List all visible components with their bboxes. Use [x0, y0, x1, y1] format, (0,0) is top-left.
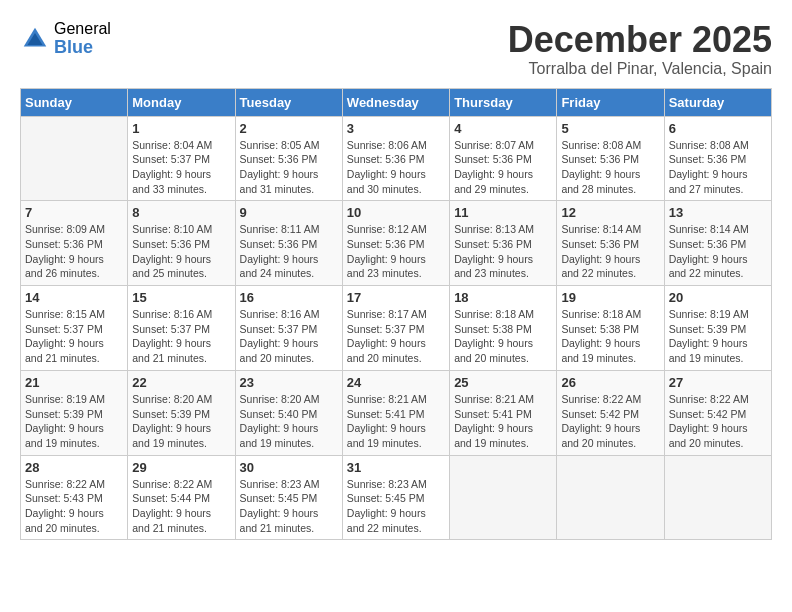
day-number: 8: [132, 205, 230, 220]
day-info: Sunrise: 8:19 AMSunset: 5:39 PMDaylight:…: [669, 307, 767, 366]
title-block: December 2025 Torralba del Pinar, Valenc…: [508, 20, 772, 78]
calendar-cell: 15Sunrise: 8:16 AMSunset: 5:37 PMDayligh…: [128, 286, 235, 371]
day-info: Sunrise: 8:06 AMSunset: 5:36 PMDaylight:…: [347, 138, 445, 197]
day-info: Sunrise: 8:09 AMSunset: 5:36 PMDaylight:…: [25, 222, 123, 281]
day-number: 26: [561, 375, 659, 390]
day-info: Sunrise: 8:11 AMSunset: 5:36 PMDaylight:…: [240, 222, 338, 281]
weekday-header-row: SundayMondayTuesdayWednesdayThursdayFrid…: [21, 88, 772, 116]
weekday-header-friday: Friday: [557, 88, 664, 116]
calendar-cell: [450, 455, 557, 540]
day-info: Sunrise: 8:08 AMSunset: 5:36 PMDaylight:…: [669, 138, 767, 197]
calendar-cell: 3Sunrise: 8:06 AMSunset: 5:36 PMDaylight…: [342, 116, 449, 201]
calendar-cell: 21Sunrise: 8:19 AMSunset: 5:39 PMDayligh…: [21, 370, 128, 455]
calendar-cell: 24Sunrise: 8:21 AMSunset: 5:41 PMDayligh…: [342, 370, 449, 455]
day-info: Sunrise: 8:20 AMSunset: 5:40 PMDaylight:…: [240, 392, 338, 451]
calendar-cell: 17Sunrise: 8:17 AMSunset: 5:37 PMDayligh…: [342, 286, 449, 371]
weekday-header-saturday: Saturday: [664, 88, 771, 116]
calendar-cell: [21, 116, 128, 201]
day-info: Sunrise: 8:15 AMSunset: 5:37 PMDaylight:…: [25, 307, 123, 366]
calendar-cell: 2Sunrise: 8:05 AMSunset: 5:36 PMDaylight…: [235, 116, 342, 201]
calendar-cell: 19Sunrise: 8:18 AMSunset: 5:38 PMDayligh…: [557, 286, 664, 371]
day-info: Sunrise: 8:14 AMSunset: 5:36 PMDaylight:…: [669, 222, 767, 281]
day-number: 28: [25, 460, 123, 475]
month-title: December 2025: [508, 20, 772, 60]
day-number: 5: [561, 121, 659, 136]
calendar-cell: 7Sunrise: 8:09 AMSunset: 5:36 PMDaylight…: [21, 201, 128, 286]
day-number: 3: [347, 121, 445, 136]
day-info: Sunrise: 8:07 AMSunset: 5:36 PMDaylight:…: [454, 138, 552, 197]
day-number: 11: [454, 205, 552, 220]
calendar-cell: 10Sunrise: 8:12 AMSunset: 5:36 PMDayligh…: [342, 201, 449, 286]
day-info: Sunrise: 8:14 AMSunset: 5:36 PMDaylight:…: [561, 222, 659, 281]
week-row-3: 14Sunrise: 8:15 AMSunset: 5:37 PMDayligh…: [21, 286, 772, 371]
calendar-cell: 23Sunrise: 8:20 AMSunset: 5:40 PMDayligh…: [235, 370, 342, 455]
day-number: 2: [240, 121, 338, 136]
calendar-cell: 20Sunrise: 8:19 AMSunset: 5:39 PMDayligh…: [664, 286, 771, 371]
day-number: 1: [132, 121, 230, 136]
day-number: 7: [25, 205, 123, 220]
day-info: Sunrise: 8:21 AMSunset: 5:41 PMDaylight:…: [347, 392, 445, 451]
weekday-header-tuesday: Tuesday: [235, 88, 342, 116]
day-info: Sunrise: 8:08 AMSunset: 5:36 PMDaylight:…: [561, 138, 659, 197]
calendar-cell: [664, 455, 771, 540]
calendar-cell: 9Sunrise: 8:11 AMSunset: 5:36 PMDaylight…: [235, 201, 342, 286]
day-number: 4: [454, 121, 552, 136]
logo: General Blue: [20, 20, 111, 57]
day-number: 10: [347, 205, 445, 220]
calendar-cell: [557, 455, 664, 540]
logo-text: General Blue: [54, 20, 111, 57]
location: Torralba del Pinar, Valencia, Spain: [508, 60, 772, 78]
week-row-2: 7Sunrise: 8:09 AMSunset: 5:36 PMDaylight…: [21, 201, 772, 286]
calendar-cell: 25Sunrise: 8:21 AMSunset: 5:41 PMDayligh…: [450, 370, 557, 455]
day-number: 12: [561, 205, 659, 220]
logo-blue: Blue: [54, 38, 111, 58]
calendar-cell: 29Sunrise: 8:22 AMSunset: 5:44 PMDayligh…: [128, 455, 235, 540]
day-info: Sunrise: 8:04 AMSunset: 5:37 PMDaylight:…: [132, 138, 230, 197]
day-info: Sunrise: 8:22 AMSunset: 5:42 PMDaylight:…: [561, 392, 659, 451]
calendar-cell: 22Sunrise: 8:20 AMSunset: 5:39 PMDayligh…: [128, 370, 235, 455]
calendar-cell: 26Sunrise: 8:22 AMSunset: 5:42 PMDayligh…: [557, 370, 664, 455]
day-number: 25: [454, 375, 552, 390]
week-row-5: 28Sunrise: 8:22 AMSunset: 5:43 PMDayligh…: [21, 455, 772, 540]
day-number: 16: [240, 290, 338, 305]
calendar-cell: 16Sunrise: 8:16 AMSunset: 5:37 PMDayligh…: [235, 286, 342, 371]
day-number: 29: [132, 460, 230, 475]
day-info: Sunrise: 8:20 AMSunset: 5:39 PMDaylight:…: [132, 392, 230, 451]
day-number: 19: [561, 290, 659, 305]
calendar-cell: 4Sunrise: 8:07 AMSunset: 5:36 PMDaylight…: [450, 116, 557, 201]
day-info: Sunrise: 8:23 AMSunset: 5:45 PMDaylight:…: [240, 477, 338, 536]
day-info: Sunrise: 8:22 AMSunset: 5:42 PMDaylight:…: [669, 392, 767, 451]
day-info: Sunrise: 8:22 AMSunset: 5:43 PMDaylight:…: [25, 477, 123, 536]
calendar-cell: 12Sunrise: 8:14 AMSunset: 5:36 PMDayligh…: [557, 201, 664, 286]
logo-icon: [20, 24, 50, 54]
calendar-cell: 18Sunrise: 8:18 AMSunset: 5:38 PMDayligh…: [450, 286, 557, 371]
day-info: Sunrise: 8:16 AMSunset: 5:37 PMDaylight:…: [132, 307, 230, 366]
day-number: 14: [25, 290, 123, 305]
day-number: 17: [347, 290, 445, 305]
day-number: 15: [132, 290, 230, 305]
day-number: 30: [240, 460, 338, 475]
calendar-cell: 27Sunrise: 8:22 AMSunset: 5:42 PMDayligh…: [664, 370, 771, 455]
day-info: Sunrise: 8:13 AMSunset: 5:36 PMDaylight:…: [454, 222, 552, 281]
day-info: Sunrise: 8:05 AMSunset: 5:36 PMDaylight:…: [240, 138, 338, 197]
calendar-cell: 1Sunrise: 8:04 AMSunset: 5:37 PMDaylight…: [128, 116, 235, 201]
day-info: Sunrise: 8:17 AMSunset: 5:37 PMDaylight:…: [347, 307, 445, 366]
day-info: Sunrise: 8:12 AMSunset: 5:36 PMDaylight:…: [347, 222, 445, 281]
day-number: 27: [669, 375, 767, 390]
day-info: Sunrise: 8:16 AMSunset: 5:37 PMDaylight:…: [240, 307, 338, 366]
calendar-cell: 30Sunrise: 8:23 AMSunset: 5:45 PMDayligh…: [235, 455, 342, 540]
weekday-header-monday: Monday: [128, 88, 235, 116]
day-number: 23: [240, 375, 338, 390]
day-number: 21: [25, 375, 123, 390]
calendar-cell: 28Sunrise: 8:22 AMSunset: 5:43 PMDayligh…: [21, 455, 128, 540]
day-number: 6: [669, 121, 767, 136]
calendar-cell: 11Sunrise: 8:13 AMSunset: 5:36 PMDayligh…: [450, 201, 557, 286]
week-row-4: 21Sunrise: 8:19 AMSunset: 5:39 PMDayligh…: [21, 370, 772, 455]
calendar-cell: 8Sunrise: 8:10 AMSunset: 5:36 PMDaylight…: [128, 201, 235, 286]
weekday-header-wednesday: Wednesday: [342, 88, 449, 116]
calendar-table: SundayMondayTuesdayWednesdayThursdayFrid…: [20, 88, 772, 541]
calendar-cell: 6Sunrise: 8:08 AMSunset: 5:36 PMDaylight…: [664, 116, 771, 201]
day-info: Sunrise: 8:10 AMSunset: 5:36 PMDaylight:…: [132, 222, 230, 281]
day-number: 31: [347, 460, 445, 475]
day-number: 22: [132, 375, 230, 390]
